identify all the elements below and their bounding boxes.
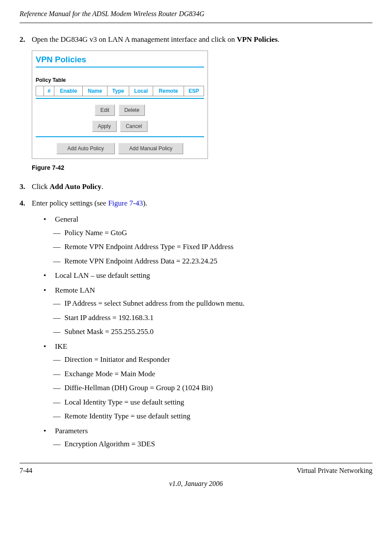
- step-bold: Add Auto Policy: [50, 182, 101, 191]
- bullet-general: General Policy Name = GtoG Remote VPN En…: [44, 214, 372, 266]
- dash-item: Subnet Mask = 255.255.255.0: [53, 326, 372, 337]
- divider: [36, 136, 204, 137]
- bullet-label: Local LAN – use default setting: [55, 271, 150, 280]
- dash-item: Exchange Mode = Main Mode: [53, 368, 372, 380]
- col-esp: ESP: [184, 86, 204, 96]
- dash-text: Remote VPN Endpoint Address Type = Fixed…: [64, 243, 234, 251]
- col-local: Local: [129, 86, 153, 96]
- step-4: 4. Enter policy settings (see Figure 7-4…: [20, 198, 372, 209]
- dash-item: Policy Name = GtoG: [53, 227, 372, 239]
- settings-list: General Policy Name = GtoG Remote VPN En…: [44, 214, 372, 450]
- dash-text: Remote Identity Type = use default setti…: [64, 412, 190, 420]
- bullet-parameters: Parameters Encryption Algorithm = 3DES: [44, 425, 372, 450]
- step-number: 2.: [20, 34, 32, 45]
- vpn-panel-title: VPN Policies: [36, 54, 204, 68]
- step-text: Open the DG834G v3 on LAN A management i…: [32, 34, 372, 45]
- button-row-2: Apply Cancel: [36, 120, 204, 132]
- cancel-button[interactable]: Cancel: [120, 121, 147, 132]
- header-divider: [20, 23, 372, 23]
- dash-text: Start IP address = 192.168.3.1: [64, 314, 154, 322]
- dash-text: Policy Name = GtoG: [64, 229, 127, 237]
- policy-table: # Enable Name Type Local Remote ESP: [36, 86, 204, 96]
- step-prefix: Open the DG834G v3 on LAN A management i…: [32, 35, 237, 44]
- step-suffix: ).: [143, 199, 147, 207]
- bullet-ike: IKE Direction = Initiator and Responder …: [44, 341, 372, 422]
- step-2: 2. Open the DG834G v3 on LAN A managemen…: [20, 34, 372, 45]
- dash-item: Encryption Algorithm = 3DES: [53, 438, 372, 450]
- edit-button[interactable]: Edit: [95, 105, 115, 116]
- policy-table-label: Policy Table: [36, 76, 204, 84]
- step-bold: VPN Policies: [237, 35, 278, 44]
- delete-button[interactable]: Delete: [119, 105, 145, 116]
- bullet-label: Parameters: [55, 427, 88, 435]
- dash-text: Local Identity Type = use default settin…: [64, 398, 184, 406]
- bullet-label: IKE: [55, 342, 67, 351]
- step-prefix: Enter policy settings (see: [32, 199, 108, 207]
- bullet-label: General: [55, 215, 78, 223]
- remote-lan-sublist: IP Address = select Subnet address from …: [53, 298, 372, 337]
- col-blank: [36, 86, 44, 96]
- dash-item: IP Address = select Subnet address from …: [53, 298, 372, 309]
- button-row-3: Add Auto Policy Add Manual Policy: [36, 142, 204, 154]
- step-text: Click Add Auto Policy.: [32, 181, 372, 192]
- bullet-local-lan: Local LAN – use default setting: [44, 270, 372, 281]
- col-num: #: [44, 86, 54, 96]
- figure-caption: Figure 7-42: [32, 163, 372, 172]
- version-info: v1.0, January 2006: [20, 479, 372, 489]
- col-name: Name: [83, 86, 107, 96]
- dash-item: Local Identity Type = use default settin…: [53, 397, 372, 408]
- table-header-row: # Enable Name Type Local Remote ESP: [36, 86, 204, 96]
- step-suffix: .: [278, 35, 279, 44]
- add-auto-policy-button[interactable]: Add Auto Policy: [57, 143, 115, 154]
- step-number: 4.: [20, 198, 32, 209]
- dash-text: IP Address = select Subnet address from …: [64, 299, 245, 307]
- step-3: 3. Click Add Auto Policy.: [20, 181, 372, 192]
- col-type: Type: [107, 86, 129, 96]
- manual-header-title: Reference Manual for the ADSL Modem Wire…: [20, 9, 372, 19]
- dash-item: Remote VPN Endpoint Address Data = 22.23…: [53, 256, 372, 267]
- bullet-label: Remote LAN: [55, 286, 95, 294]
- ike-sublist: Direction = Initiator and Responder Exch…: [53, 354, 372, 422]
- bullet-remote-lan: Remote LAN IP Address = select Subnet ad…: [44, 285, 372, 337]
- page-number: 7-44: [20, 465, 32, 476]
- dash-item: Remote Identity Type = use default setti…: [53, 411, 372, 422]
- dash-text: Encryption Algorithm = 3DES: [64, 440, 155, 448]
- dash-text: Exchange Mode = Main Mode: [64, 370, 155, 378]
- step-number: 3.: [20, 181, 32, 192]
- footer-divider: [20, 463, 372, 463]
- add-manual-policy-button[interactable]: Add Manual Policy: [118, 143, 183, 154]
- step-prefix: Click: [32, 182, 50, 191]
- col-enable: Enable: [54, 86, 83, 96]
- parameters-sublist: Encryption Algorithm = 3DES: [53, 438, 372, 450]
- apply-button[interactable]: Apply: [92, 121, 117, 132]
- col-remote: Remote: [153, 86, 184, 96]
- figure-vpn-policies: VPN Policies Policy Table # Enable Name …: [32, 51, 372, 159]
- dash-text: Diffie-Hellman (DH) Group = Group 2 (102…: [64, 384, 213, 392]
- dash-item: Direction = Initiator and Responder: [53, 354, 372, 365]
- page-footer: 7-44 Virtual Private Networking v1.0, Ja…: [20, 463, 372, 489]
- dash-item: Remote VPN Endpoint Address Type = Fixed…: [53, 241, 372, 253]
- dash-item: Start IP address = 192.168.3.1: [53, 312, 372, 324]
- vpn-policies-panel: VPN Policies Policy Table # Enable Name …: [32, 51, 208, 159]
- dash-text: Remote VPN Endpoint Address Data = 22.23…: [64, 257, 218, 265]
- step-suffix: .: [101, 182, 103, 191]
- general-sublist: Policy Name = GtoG Remote VPN Endpoint A…: [53, 227, 372, 267]
- button-row-1: Edit Delete: [36, 104, 204, 116]
- figure-link[interactable]: Figure 7-43: [108, 199, 143, 207]
- section-title: Virtual Private Networking: [297, 465, 372, 476]
- dash-text: Direction = Initiator and Responder: [64, 355, 170, 364]
- footer-row: 7-44 Virtual Private Networking: [20, 465, 372, 476]
- step-text: Enter policy settings (see Figure 7-43).: [32, 198, 372, 209]
- divider: [36, 98, 204, 99]
- dash-text: Subnet Mask = 255.255.255.0: [64, 327, 154, 336]
- dash-item: Diffie-Hellman (DH) Group = Group 2 (102…: [53, 382, 372, 394]
